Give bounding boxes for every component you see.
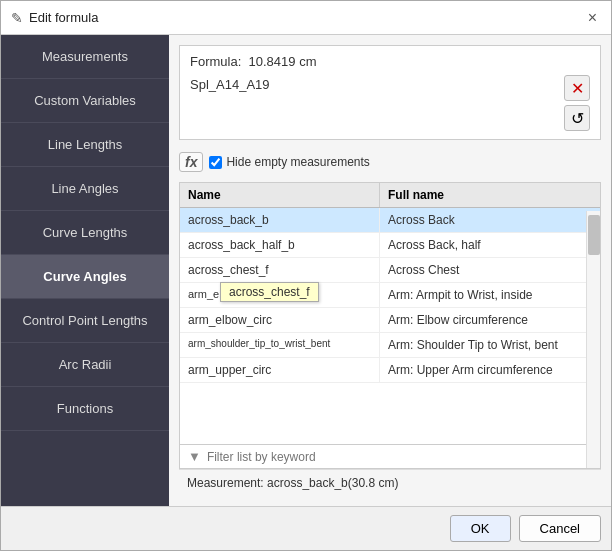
cell-name: arm_upper_circ <box>180 358 380 382</box>
formula-value: 10.8419 cm <box>249 54 317 69</box>
title-bar: ✎ Edit formula × <box>1 1 611 35</box>
formula-label: Formula: 10.8419 cm <box>190 54 590 69</box>
filter-icon: ▼ <box>188 449 201 464</box>
cell-fullname: Arm: Upper Arm circumference <box>380 358 600 382</box>
sidebar-item-curve-angles[interactable]: Curve Angles <box>1 255 169 299</box>
cancel-button[interactable]: Cancel <box>519 515 601 542</box>
table-row[interactable]: across_back_b Across Back <box>180 208 600 233</box>
table-row[interactable]: arm_shoulder_tip_to_wrist_bent Arm: Shou… <box>180 333 600 358</box>
formula-area: Formula: 10.8419 cm Spl_A14_A19 ✕ ↺ <box>179 45 601 140</box>
formula-input-row: Spl_A14_A19 ✕ ↺ <box>190 75 590 131</box>
hide-empty-checkbox-label[interactable]: Hide empty measurements <box>209 155 369 169</box>
dialog-body: Measurements Custom Variables Line Lengt… <box>1 35 611 506</box>
cell-fullname: Arm: Shoulder Tip to Wrist, bent <box>380 333 600 357</box>
hide-empty-checkbox[interactable] <box>209 156 222 169</box>
table-row[interactable]: across_chest_f Across Chest across_chest… <box>180 258 600 283</box>
table-header: Name Full name <box>180 183 600 208</box>
cell-name: across_back_half_b <box>180 233 380 257</box>
table-body: across_back_b Across Back across_back_ha… <box>180 208 600 444</box>
edit-icon: ✎ <box>11 10 23 26</box>
cell-name: arm_elbow_circ <box>180 308 380 332</box>
sidebar-item-functions[interactable]: Functions <box>1 387 169 431</box>
cell-fullname: Arm: Elbow circumference <box>380 308 600 332</box>
scrollbar-track[interactable] <box>586 211 600 468</box>
scrollbar-thumb[interactable] <box>588 215 600 255</box>
cell-name: arm_shoulder_tip_to_wrist_bent <box>180 333 380 357</box>
sidebar: Measurements Custom Variables Line Lengt… <box>1 35 169 506</box>
sidebar-item-line-lengths[interactable]: Line Lengths <box>1 123 169 167</box>
formula-buttons: ✕ ↺ <box>564 75 590 131</box>
table-row[interactable]: across_back_half_b Across Back, half <box>180 233 600 258</box>
cell-fullname: Arm: Armpit to Wrist, inside <box>380 283 600 307</box>
filter-row: ▼ <box>180 444 600 468</box>
clear-icon: ✕ <box>571 79 584 98</box>
undo-formula-button[interactable]: ↺ <box>564 105 590 131</box>
main-content: Formula: 10.8419 cm Spl_A14_A19 ✕ ↺ <box>169 35 611 506</box>
hide-empty-label: Hide empty measurements <box>226 155 369 169</box>
ok-button[interactable]: OK <box>450 515 511 542</box>
tooltip: across_chest_f <box>220 282 319 302</box>
dialog-title: Edit formula <box>29 10 98 25</box>
column-header-name: Name <box>180 183 380 207</box>
sidebar-item-custom-variables[interactable]: Custom Variables <box>1 79 169 123</box>
sidebar-item-curve-lengths[interactable]: Curve Lengths <box>1 211 169 255</box>
toolbar-row: fx Hide empty measurements <box>179 148 601 176</box>
sidebar-item-control-point-lengths[interactable]: Control Point Lengths <box>1 299 169 343</box>
formula-title: Formula: <box>190 54 241 69</box>
close-button[interactable]: × <box>584 8 601 28</box>
dialog-footer: OK Cancel <box>1 506 611 550</box>
formula-expression[interactable]: Spl_A14_A19 <box>190 75 558 111</box>
cell-fullname: Across Back <box>380 208 600 232</box>
table-row[interactable]: arm_elbow_circ Arm: Elbow circumference <box>180 308 600 333</box>
measurements-table: Name Full name across_back_b Across Back… <box>179 182 601 469</box>
title-bar-left: ✎ Edit formula <box>11 10 98 26</box>
cell-name: across_back_b <box>180 208 380 232</box>
cell-fullname: Across Chest <box>380 258 600 282</box>
clear-formula-button[interactable]: ✕ <box>564 75 590 101</box>
measurement-bar: Measurement: across_back_b(30.8 cm) <box>179 469 601 496</box>
sidebar-item-measurements[interactable]: Measurements <box>1 35 169 79</box>
edit-formula-dialog: ✎ Edit formula × Measurements Custom Var… <box>0 0 612 551</box>
cell-name: across_chest_f <box>180 258 380 282</box>
column-header-fullname: Full name <box>380 183 600 207</box>
sidebar-item-arc-radii[interactable]: Arc Radii <box>1 343 169 387</box>
table-row[interactable]: arm_upper_circ Arm: Upper Arm circumfere… <box>180 358 600 383</box>
filter-input[interactable] <box>207 450 592 464</box>
cell-fullname: Across Back, half <box>380 233 600 257</box>
fx-icon: fx <box>179 152 203 172</box>
undo-icon: ↺ <box>571 109 584 128</box>
sidebar-item-line-angles[interactable]: Line Angles <box>1 167 169 211</box>
